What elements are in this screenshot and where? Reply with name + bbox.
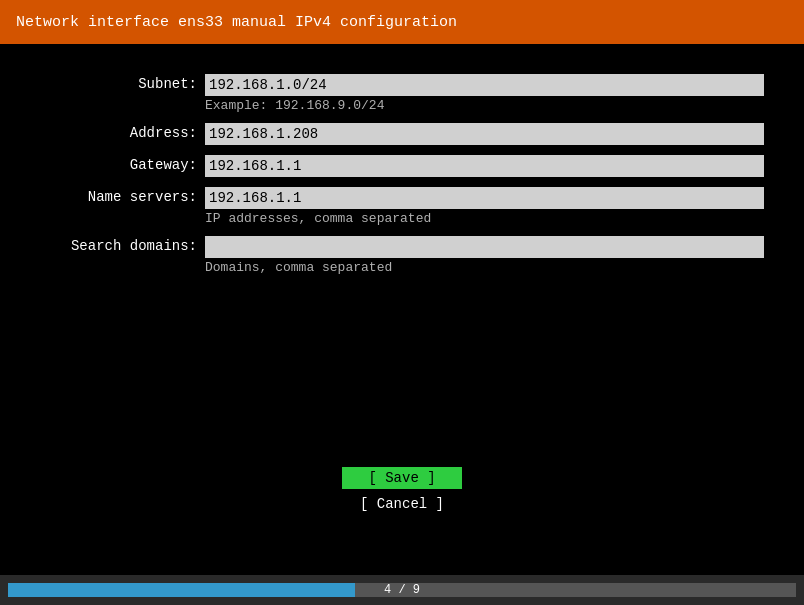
progress-text: 4 / 9	[384, 583, 420, 597]
form-label-subnet-field: Subnet:	[40, 74, 205, 92]
form-row: Name servers:IP addresses, comma separat…	[40, 187, 764, 226]
form-field-group-subnet-field: Example: 192.168.9.0/24	[205, 74, 764, 113]
form-area: Subnet:Example: 192.168.9.0/24Address:Ga…	[0, 64, 804, 295]
subnet-field[interactable]	[205, 74, 764, 96]
title-text: Network interface ens33 manual IPv4 conf…	[16, 14, 457, 31]
cancel-button[interactable]: [ Cancel ]	[342, 493, 462, 515]
form-label-searchdomains-field: Search domains:	[40, 236, 205, 254]
buttons-area: [ Save ] [ Cancel ]	[342, 467, 462, 515]
progress-bar-fill	[8, 583, 355, 597]
gateway-field[interactable]	[205, 155, 764, 177]
searchdomains-field[interactable]	[205, 236, 764, 258]
form-row: Search domains:Domains, comma separated	[40, 236, 764, 275]
save-button[interactable]: [ Save ]	[342, 467, 462, 489]
title-bar: Network interface ens33 manual IPv4 conf…	[0, 0, 804, 44]
form-row: Subnet:Example: 192.168.9.0/24	[40, 74, 764, 113]
form-row: Gateway:	[40, 155, 764, 177]
form-label-address-field: Address:	[40, 123, 205, 141]
form-row: Address:	[40, 123, 764, 145]
terminal-window: Network interface ens33 manual IPv4 conf…	[0, 0, 804, 605]
nameservers-field[interactable]	[205, 187, 764, 209]
form-field-group-searchdomains-field: Domains, comma separated	[205, 236, 764, 275]
form-field-group-gateway-field	[205, 155, 764, 177]
form-hint-searchdomains-field: Domains, comma separated	[205, 260, 764, 275]
address-field[interactable]	[205, 123, 764, 145]
form-field-group-nameservers-field: IP addresses, comma separated	[205, 187, 764, 226]
form-hint-subnet-field: Example: 192.168.9.0/24	[205, 98, 764, 113]
form-hint-nameservers-field: IP addresses, comma separated	[205, 211, 764, 226]
content-wrapper: Subnet:Example: 192.168.9.0/24Address:Ga…	[0, 44, 804, 575]
form-label-nameservers-field: Name servers:	[40, 187, 205, 205]
form-field-group-address-field	[205, 123, 764, 145]
bottom-bar: 4 / 9	[0, 575, 804, 605]
form-label-gateway-field: Gateway:	[40, 155, 205, 173]
progress-bar-container: 4 / 9	[8, 583, 796, 597]
